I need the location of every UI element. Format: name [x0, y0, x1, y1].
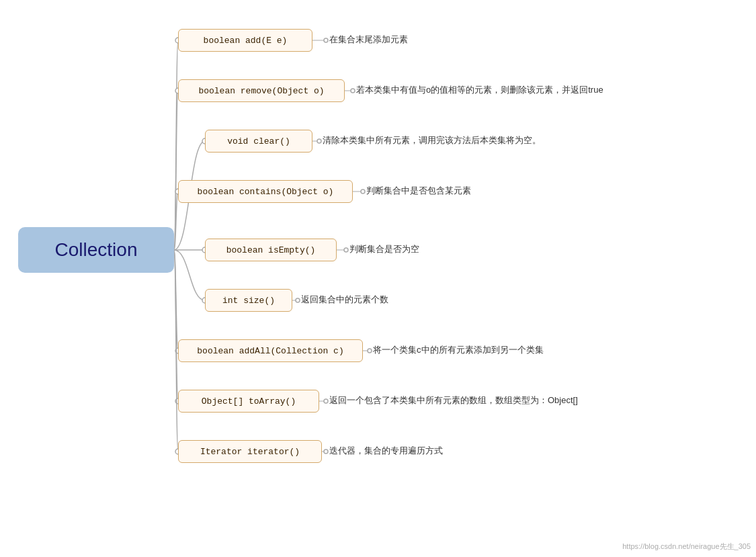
svg-point-5 — [351, 89, 355, 93]
method-node-remove: boolean remove(Object o) — [178, 79, 345, 102]
method-label-toArray: 返回一个包含了本类集中所有元素的数组，数组类型为：Object[] — [329, 394, 578, 406]
svg-point-23 — [324, 399, 328, 403]
method-label-addAll: 将一个类集c中的所有元素添加到另一个类集 — [373, 344, 544, 356]
svg-point-20 — [368, 349, 372, 353]
method-label-remove: 若本类集中有值与o的值相等的元素，则删除该元素，并返回true — [356, 84, 603, 96]
mind-map-canvas: Collection boolean add(E e)在集合末尾添加元素bool… — [0, 0, 756, 557]
method-label-size: 返回集合中的元素个数 — [301, 294, 388, 306]
svg-point-26 — [324, 449, 328, 454]
svg-point-17 — [296, 298, 300, 302]
method-label-contains: 判断集合中是否包含某元素 — [366, 185, 471, 197]
method-label-iterator: 迭代器，集合的专用遍历方式 — [329, 445, 443, 457]
method-node-add: boolean add(E e) — [178, 29, 312, 52]
method-node-addAll: boolean addAll(Collection c) — [178, 339, 363, 362]
svg-point-2 — [324, 38, 328, 42]
svg-point-14 — [344, 248, 348, 252]
svg-point-8 — [317, 139, 321, 143]
method-label-add: 在集合末尾添加元素 — [329, 34, 408, 46]
method-label-isEmpty: 判断集合是否为空 — [349, 243, 419, 255]
method-node-toArray: Object[] toArray() — [178, 390, 319, 413]
method-node-iterator: Iterator iterator() — [178, 440, 322, 463]
method-label-clear: 清除本类集中所有元素，调用完该方法后本类集将为空。 — [323, 134, 541, 146]
svg-point-11 — [361, 189, 365, 194]
method-node-clear: void clear() — [205, 130, 312, 153]
method-node-contains: boolean contains(Object o) — [178, 180, 353, 203]
method-node-isEmpty: boolean isEmpty() — [205, 239, 337, 261]
center-node: Collection — [18, 227, 174, 273]
method-node-size: int size() — [205, 289, 292, 312]
watermark: https://blog.csdn.net/neirague先生_305 — [622, 542, 751, 552]
